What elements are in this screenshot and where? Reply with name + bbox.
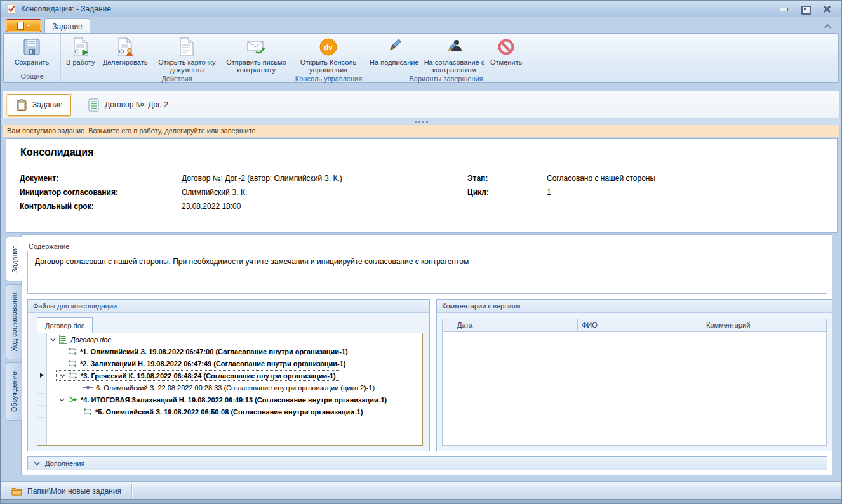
title-bar: Консолидация: - Задание [1, 1, 841, 17]
close-button[interactable] [822, 5, 831, 13]
row-selector [37, 406, 47, 418]
collapse-ribbon-button[interactable] [822, 22, 832, 30]
tree-row[interactable]: *4. ИТОГОВАЯ Залихвацкий Н. 19.08.2022 0… [37, 394, 422, 406]
tree-row[interactable]: Договор.doc [37, 333, 422, 345]
chevron-expand-icon[interactable] [59, 374, 65, 378]
cancel-icon [497, 36, 515, 58]
field-label-stage: Этап: [467, 174, 488, 183]
chevron-down-icon [27, 25, 30, 27]
ribbon-group-console: dv Открыть Консоль управления Консоль уп… [293, 34, 364, 82]
version-cycle-icon [83, 408, 92, 416]
row-selector-column [443, 332, 453, 445]
contract-document-icon [88, 98, 99, 112]
tree-row-selected[interactable]: *3. Греческий К. 19.08.2022 06:48:24 (Со… [37, 369, 422, 381]
ribbon-group-label: Консоль управления [293, 74, 364, 84]
chevron-expand-icon[interactable] [58, 398, 65, 402]
pen-icon [385, 36, 404, 58]
notification-bar: Вам поступило задание. Возьмите его в ра… [3, 125, 839, 137]
version-cycle-icon [69, 371, 77, 380]
field-label-initiator: Инициатор согласования: [20, 188, 118, 197]
save-button[interactable]: Сохранить [6, 35, 58, 66]
ribbon-group-actions: В работу [61, 34, 293, 82]
ribbon-tab-task[interactable]: Задание [44, 18, 90, 34]
open-document-card-button[interactable]: Открыть карточку документа [152, 35, 222, 74]
row-selector [37, 345, 47, 357]
field-value-cycle: 1 [547, 188, 551, 197]
window-title: Консолидация: - Задание [21, 4, 111, 13]
comments-table: Дата ФИО Комментарий [442, 319, 827, 446]
folder-path[interactable]: Папки\Мои новые задания [27, 487, 121, 496]
content-label: Содержание [29, 242, 69, 250]
side-tab-task[interactable]: Задание [6, 237, 23, 281]
status-divider [131, 484, 132, 498]
file-tab-dogovor-doc[interactable]: Договор.doc [37, 317, 93, 333]
take-to-work-button[interactable]: В работу [63, 35, 98, 66]
row-selector [37, 381, 47, 394]
chevron-up-icon [824, 24, 831, 29]
column-header-name[interactable]: ФИО [578, 319, 702, 332]
side-tab-discussion[interactable]: Обсуждение [6, 362, 22, 421]
version-merge-icon [68, 395, 77, 404]
chevron-expand-icon[interactable] [50, 338, 56, 342]
tree-row[interactable]: *2. Залихвацкий Н. 19.08.2022 06:47:49 (… [37, 357, 422, 369]
field-value-deadline: 23.08.2022 18:00 [182, 202, 241, 211]
delegate-button[interactable]: Делегировать [98, 35, 152, 66]
comments-panel-title: Комментарии к версиям [437, 300, 832, 313]
clipboard-icon [16, 99, 27, 111]
version-cycle-icon [68, 359, 77, 368]
column-header-date[interactable]: Дата [453, 319, 578, 332]
open-console-button[interactable]: dv Открыть Консоль управления [295, 35, 361, 74]
row-selector [37, 369, 47, 381]
app-window: Консолидация: - Задание Задание [0, 0, 842, 504]
cancel-button[interactable]: Отменить [486, 35, 526, 66]
chevron-down-icon [34, 461, 40, 466]
side-tab-approval-progress[interactable]: Ход согласования [6, 284, 22, 359]
task-header-panel: Консолидация [6, 138, 838, 233]
version-link-icon [83, 385, 93, 390]
dv-badge-text: dv [324, 43, 333, 52]
ribbon-group-label: Действия [61, 74, 293, 84]
comments-panel: Комментарии к версиям Дата ФИО Комментар… [436, 299, 832, 451]
field-label-document: Документ: [20, 174, 58, 183]
page-title: Консолидация [20, 147, 94, 158]
send-mail-counterparty-button[interactable]: Отправить письмо контрагенту [222, 35, 291, 74]
to-signing-button[interactable]: На подписание [366, 35, 422, 66]
document-icon [178, 36, 195, 58]
ribbon-group-label: Варианты завершения [364, 74, 528, 84]
window-bottom-edge [1, 499, 841, 503]
field-label-cycle: Цикл: [467, 188, 489, 197]
mail-forward-icon [246, 36, 265, 58]
to-counterparty-approval-button[interactable]: На согласование с контрагентом [422, 35, 487, 74]
document-play-icon [72, 36, 90, 58]
person-pen-icon [444, 36, 464, 58]
restore-button[interactable] [801, 5, 810, 13]
document-person-icon [116, 36, 134, 58]
additions-label: Дополнения [45, 460, 84, 467]
splitter-handle[interactable] [1, 118, 841, 125]
status-bar: Папки\Мои новые задания [1, 481, 841, 500]
row-selector [37, 394, 47, 406]
files-panel-title: Файлы для консолидации [28, 300, 429, 313]
tree-row[interactable]: 6. Олимпийский З. 22.08.2022 00:28:33 (С… [37, 381, 422, 394]
minimize-button[interactable] [779, 5, 788, 13]
application-menu-button[interactable] [6, 19, 41, 32]
tab-task-label: Задание [32, 100, 63, 109]
field-label-deadline: Контрольный срок: [20, 202, 94, 211]
versions-tree: Договор.doc *1. Олимпийский З. 19.08.202… [37, 333, 423, 446]
additions-section-header[interactable]: Дополнения [27, 456, 827, 470]
tab-task[interactable]: Задание [8, 94, 71, 116]
tab-contract[interactable]: Договор №: Дог.-2 [81, 94, 176, 116]
column-header-comment[interactable]: Комментарий [702, 319, 826, 332]
save-icon [23, 36, 41, 58]
row-selector [37, 357, 47, 369]
ribbon-group-label: Общие [4, 71, 60, 82]
dv-console-icon: dv [319, 36, 338, 58]
row-selector [37, 333, 47, 345]
tree-row[interactable]: *5. Олимпийский З. 19.08.2022 06:50:08 (… [37, 406, 422, 418]
tab-contract-label: Договор №: Дог.-2 [105, 100, 168, 109]
current-row-arrow-icon [40, 373, 44, 378]
tree-row[interactable]: *1. Олимпийский З. 19.08.2022 06:47:00 (… [37, 345, 422, 357]
document-green-icon [59, 335, 67, 344]
field-value-initiator: Олимпийский З. К. [182, 188, 247, 197]
task-content-text: Договор согласован с нашей стороны. При … [27, 251, 827, 294]
